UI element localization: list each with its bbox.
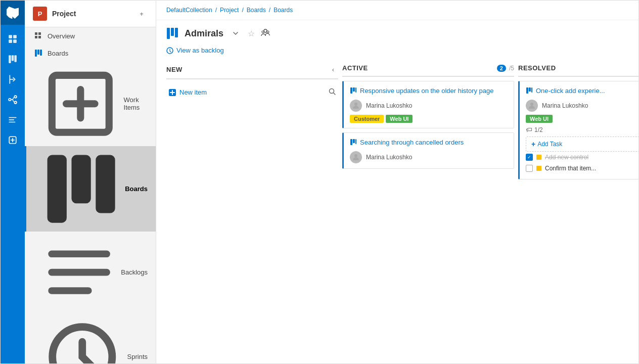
- svg-rect-38: [353, 87, 355, 92]
- svg-point-44: [354, 154, 357, 157]
- sidebar-boards-icon[interactable]: [1, 49, 25, 69]
- svg-point-9: [14, 101, 17, 104]
- svg-rect-2: [9, 39, 12, 43]
- sidebar-item-overview[interactable]: Overview: [25, 27, 156, 44]
- search-button[interactable]: [328, 87, 336, 97]
- task-2-label: Confirm that item...: [545, 165, 596, 172]
- board-header: Admirals ☆: [156, 20, 638, 44]
- card-resolved-1-assignee: Marina Lukoshko: [542, 102, 588, 109]
- task-1-type-icon: [536, 154, 542, 160]
- breadcrumb-sep-0: /: [215, 7, 217, 14]
- project-avatar: P: [33, 7, 47, 21]
- task-item-2: Confirm that item...: [526, 163, 638, 174]
- new-item-row: New item: [166, 83, 338, 101]
- svg-rect-28: [167, 28, 170, 39]
- task-1-checkbox[interactable]: [526, 154, 533, 161]
- sidebar-item-overview-label: Overview: [48, 32, 75, 40]
- sidebar-item-boards-group[interactable]: Boards: [25, 44, 156, 62]
- svg-rect-16: [37, 50, 39, 55]
- app-logo[interactable]: [1, 1, 25, 25]
- card-resolved-title-row: One-click add experie...: [526, 86, 638, 96]
- sidebar-testplans-icon[interactable]: [1, 110, 25, 130]
- sidebar-artifacts-icon[interactable]: [1, 130, 25, 150]
- breadcrumb-item-3[interactable]: Boards: [273, 7, 293, 14]
- breadcrumb-item-2[interactable]: Boards: [247, 7, 266, 14]
- svg-rect-49: [536, 155, 541, 160]
- project-name: Project: [52, 10, 76, 18]
- svg-point-40: [354, 103, 357, 106]
- svg-rect-13: [35, 36, 37, 38]
- sidebar-item-work-items-label: Work Items: [124, 96, 148, 111]
- project-header: P Project: [33, 7, 76, 21]
- add-project-button[interactable]: +: [135, 8, 148, 20]
- active-total: 5: [511, 65, 514, 72]
- sidebar-item-boards[interactable]: Boards: [25, 146, 156, 232]
- board-favorite-button[interactable]: ☆: [248, 29, 255, 38]
- card-active-2[interactable]: Searching through cancelled orders Marin…: [342, 132, 514, 169]
- card-active-1-title[interactable]: Responsive updates on the older history …: [360, 86, 494, 96]
- svg-rect-0: [9, 35, 12, 38]
- add-task-label: Add Task: [537, 141, 562, 148]
- active-count-badge: 2: [497, 65, 506, 72]
- task-1-label: Add new control: [545, 154, 588, 161]
- breadcrumb-item-1[interactable]: Project: [220, 7, 239, 14]
- sidebar-icons: [1, 1, 25, 363]
- card-active-2-title[interactable]: Searching through cancelled orders: [360, 138, 464, 147]
- add-task-button[interactable]: + Add Task: [526, 136, 638, 152]
- sidebar-item-work-items[interactable]: Work Items: [25, 62, 156, 146]
- sidebar-item-backlogs-label: Backlogs: [121, 268, 148, 276]
- svg-rect-3: [13, 39, 17, 43]
- task-count-icon: 🏷: [526, 126, 532, 133]
- column-resolved-header: Resolved: [518, 60, 638, 77]
- breadcrumb-sep-1: /: [242, 7, 243, 14]
- column-new: New ‹ New item: [166, 60, 338, 353]
- svg-rect-17: [40, 50, 42, 56]
- sidebar-overview-icon[interactable]: [1, 29, 25, 49]
- card-resolved-1-meta: Marina Lukoshko: [526, 100, 638, 112]
- column-new-header: New ‹: [166, 60, 338, 79]
- board-type-icon: [166, 27, 178, 39]
- task-item-1: Add new control: [526, 152, 638, 163]
- board-team-button[interactable]: [261, 28, 270, 39]
- svg-rect-42: [353, 139, 355, 143]
- svg-point-32: [262, 31, 264, 33]
- board-dropdown-button[interactable]: [230, 27, 242, 39]
- sidebar-pipelines-icon[interactable]: [1, 89, 25, 110]
- card-resolved-1-avatar: [526, 100, 538, 112]
- left-panel-header: P Project +: [25, 1, 156, 27]
- svg-rect-46: [529, 87, 531, 92]
- column-new-title: New: [166, 66, 182, 73]
- task-2-checkbox[interactable]: [526, 165, 533, 172]
- sidebar-item-backlogs[interactable]: Backlogs: [25, 232, 156, 313]
- sidebar-item-sprints[interactable]: Sprints: [25, 313, 156, 364]
- column-resolved: Resolved One-click add experie... Marina…: [518, 60, 638, 353]
- sidebar-item-sprints-label: Sprints: [127, 353, 148, 360]
- card-resolved-type-icon: [526, 87, 533, 94]
- card-active-2-meta: Marina Lukoshko: [350, 151, 508, 163]
- breadcrumb-item-0[interactable]: DefaultCollection: [166, 7, 212, 14]
- svg-rect-41: [350, 139, 352, 145]
- svg-rect-20: [71, 155, 90, 203]
- card-active-2-avatar: [350, 151, 362, 163]
- card-resolved-1[interactable]: One-click add experie... Marina Lukoshko…: [518, 81, 638, 179]
- main-content: DefaultCollection / Project / Boards / B…: [156, 1, 638, 363]
- left-panel: P Project + Overview Boards Work Items B…: [25, 1, 156, 363]
- sidebar-repos-icon[interactable]: [1, 69, 25, 89]
- svg-rect-11: [35, 32, 37, 35]
- new-item-label: New item: [179, 88, 207, 96]
- svg-rect-19: [48, 155, 67, 222]
- svg-rect-30: [175, 28, 178, 37]
- new-item-button[interactable]: New item: [168, 88, 207, 97]
- svg-rect-39: [355, 87, 356, 93]
- column-nav-left[interactable]: ‹: [328, 64, 338, 74]
- view-backlog-link[interactable]: View as backlog: [156, 44, 638, 60]
- card-resolved-1-title[interactable]: One-click add experie...: [536, 86, 605, 96]
- sidebar-item-boards-label: Boards: [125, 185, 148, 193]
- column-nav: ‹: [328, 64, 338, 74]
- card-active-1[interactable]: Responsive updates on the older history …: [342, 81, 514, 128]
- card-title-row-2: Searching through cancelled orders: [350, 138, 508, 147]
- svg-rect-14: [38, 36, 41, 38]
- svg-rect-6: [14, 55, 17, 62]
- svg-rect-12: [38, 32, 41, 35]
- card-active-1-avatar: [350, 100, 362, 112]
